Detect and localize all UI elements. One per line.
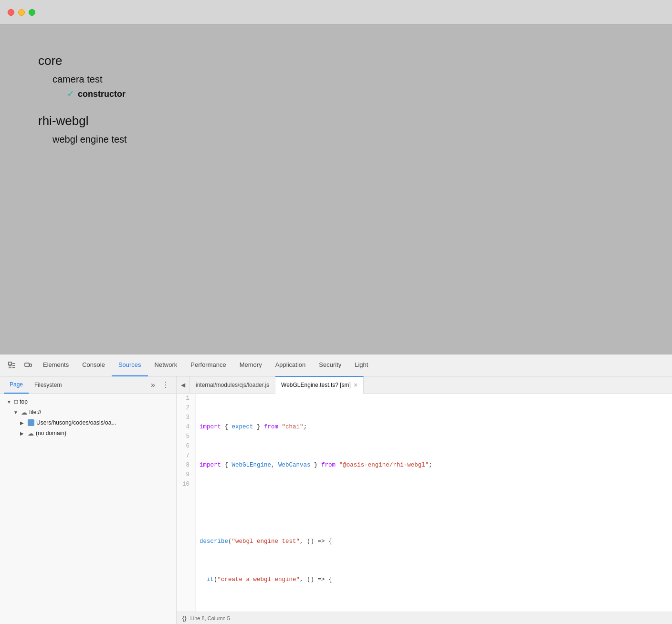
tree-item-file[interactable]: ▼ ☁ file:// xyxy=(0,407,176,417)
tab-close-icon[interactable]: × xyxy=(354,382,357,388)
tree-arrow-users: ▶ xyxy=(20,420,26,426)
suite-core: core camera test ✓ constructor xyxy=(38,53,634,99)
cloud-icon-nodomain: ☁ xyxy=(28,430,34,437)
maximize-button[interactable] xyxy=(29,9,35,16)
status-bar: {} Line 8, Column 5 xyxy=(177,612,672,624)
tab-performance[interactable]: Performance xyxy=(184,354,232,376)
pretty-print-icon[interactable]: {} xyxy=(182,614,187,622)
svg-rect-2 xyxy=(30,364,32,366)
code-line-2: import { WebGLEngine, WebCanvas } from "… xyxy=(200,460,672,470)
test-item-constructor: ✓ constructor xyxy=(67,89,634,99)
close-button[interactable] xyxy=(8,9,14,16)
suite-webgl-title: webgl engine test xyxy=(52,134,634,145)
sidebar-tab-more[interactable]: » xyxy=(147,381,159,389)
code-line-4: describe("webgl engine test", () => { xyxy=(200,537,672,546)
tab-security[interactable]: Security xyxy=(312,354,348,376)
tree-arrow-nodomain: ▶ xyxy=(20,431,26,436)
tree-arrow-top: ▼ xyxy=(7,399,12,405)
inspect-element-button[interactable] xyxy=(4,357,20,374)
editor-tab-webglengine[interactable]: WebGLEngine.test.ts? [sm] × xyxy=(275,376,364,394)
page-content: core camera test ✓ constructor rhi-webgl… xyxy=(38,53,634,145)
sidebar-menu-button[interactable]: ⋮ xyxy=(159,380,172,389)
suite-camera-title: camera test xyxy=(52,74,634,85)
tree-item-top[interactable]: ▼ □ top xyxy=(0,396,176,407)
tree-item-users[interactable]: ▶ Users/husong/codes/oasis/oa... xyxy=(0,417,176,428)
check-icon: ✓ xyxy=(67,89,74,99)
code-line-1: import { expect } from "chai"; xyxy=(200,422,672,432)
device-toolbar-button[interactable] xyxy=(20,357,36,374)
tree-item-nodomain[interactable]: ▶ ☁ (no domain) xyxy=(0,428,176,438)
sidebar-tab-page[interactable]: Page xyxy=(4,376,29,394)
sources-sidebar: Page Filesystem » ⋮ ▼ □ top xyxy=(0,376,177,624)
editor-tabbar: ◀ internal/modules/cjs/loader.js WebGLEn… xyxy=(177,376,672,394)
status-position: Line 8, Column 5 xyxy=(190,615,230,621)
folder-icon: □ xyxy=(14,398,18,405)
tab-elements[interactable]: Elements xyxy=(36,354,75,376)
test-name-constructor: constructor xyxy=(78,89,126,99)
svg-rect-0 xyxy=(9,362,11,365)
tab-light[interactable]: Light xyxy=(348,354,375,376)
code-line-3 xyxy=(200,499,672,508)
suite-group-camera: camera test ✓ constructor xyxy=(38,74,634,99)
tree-arrow-file: ▼ xyxy=(13,410,19,415)
suite-title-rhi: rhi-webgl xyxy=(38,114,634,128)
tab-application[interactable]: Application xyxy=(269,354,313,376)
tab-console[interactable]: Console xyxy=(75,354,112,376)
svg-rect-1 xyxy=(25,363,29,366)
editor-tab-loader[interactable]: internal/modules/cjs/loader.js xyxy=(190,376,275,394)
suite-group-webgl: webgl engine test xyxy=(38,134,634,145)
code-lines: import { expect } from "chai"; import { … xyxy=(196,394,672,612)
sidebar-tabbar: Page Filesystem » ⋮ xyxy=(0,376,176,394)
tab-memory[interactable]: Memory xyxy=(233,354,269,376)
devtools-body: Page Filesystem » ⋮ ▼ □ top xyxy=(0,376,672,624)
cloud-icon-file: ☁ xyxy=(21,409,27,416)
sidebar-tab-filesystem[interactable]: Filesystem xyxy=(29,376,67,394)
titlebar xyxy=(0,0,672,25)
code-content[interactable]: 1 2 3 4 5 6 7 8 9 10 import { expect } f… xyxy=(177,394,672,612)
browser-viewport: core camera test ✓ constructor rhi-webgl… xyxy=(0,25,672,354)
suite-title-core: core xyxy=(38,53,634,68)
file-tree: ▼ □ top ▼ ☁ file:// ▶ Users/husong/codes… xyxy=(0,394,176,624)
suite-rhi-webgl: rhi-webgl webgl engine test xyxy=(38,114,634,145)
devtools-panel: Elements Console Sources Network Perform… xyxy=(0,354,672,624)
editor-nav-back[interactable]: ◀ xyxy=(177,376,190,394)
tab-sources[interactable]: Sources xyxy=(112,354,148,376)
tab-network[interactable]: Network xyxy=(148,354,184,376)
code-line-5: it("create a webgl engine", () => { xyxy=(200,575,672,584)
minimize-button[interactable] xyxy=(18,9,25,16)
code-editor: ◀ internal/modules/cjs/loader.js WebGLEn… xyxy=(177,376,672,624)
folder-icon-users xyxy=(28,419,34,426)
devtools-tabbar: Elements Console Sources Network Perform… xyxy=(0,354,672,376)
line-numbers: 1 2 3 4 5 6 7 8 9 10 xyxy=(177,394,196,612)
